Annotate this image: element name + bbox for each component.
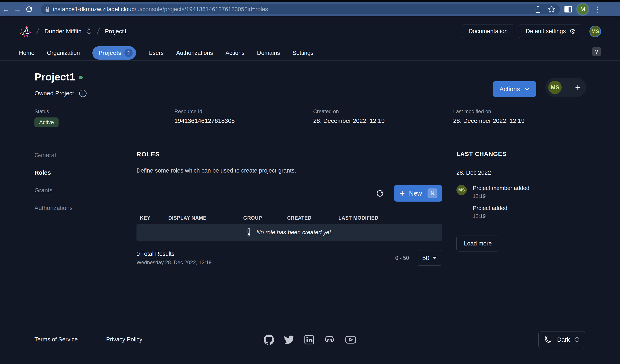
browser-profile-avatar[interactable]: M	[577, 4, 588, 15]
browser-back-icon[interactable]: ←	[0, 5, 12, 14]
app-footer: Terms of Service Privacy Policy	[0, 315, 620, 364]
active-state-dot	[79, 76, 83, 79]
youtube-icon[interactable]	[345, 335, 356, 344]
created-on-label: Created on	[313, 108, 453, 114]
breadcrumb-org[interactable]: Dunder Mifflin	[45, 28, 82, 35]
theme-label: Dark	[557, 336, 570, 343]
theme-selector[interactable]: Dark	[538, 332, 585, 348]
user-avatar[interactable]: MS	[589, 26, 601, 37]
url-text: instance1-dkmnzw.zitadel.cloud/ui/consol…	[53, 6, 268, 13]
created-on-value: 28. December 2022, 12:19	[313, 118, 453, 124]
section-title: ROLES	[137, 151, 442, 158]
caret-down-icon	[433, 257, 437, 259]
page-title: Project1	[34, 71, 75, 83]
share-icon[interactable]	[535, 6, 541, 13]
breadcrumb-project[interactable]: Project1	[105, 28, 127, 35]
shortcut-badge: N	[428, 188, 437, 198]
member-avatar: MS	[548, 81, 562, 94]
page-range: 0 - 50	[395, 255, 409, 261]
project-members-pill[interactable]: MS +	[545, 78, 586, 97]
content-area: General Roles Grants Authorizations ROLE…	[0, 138, 620, 315]
status-badge: Active	[34, 118, 59, 127]
col-display-name: DISPLAY NAME	[168, 215, 243, 221]
updown-chevrons-icon	[574, 336, 579, 343]
project-side-nav: General Roles Grants Authorizations	[34, 152, 125, 222]
change-event[interactable]: Project added 12:19	[456, 205, 586, 219]
tab-organization[interactable]: Organization	[47, 47, 80, 59]
tab-settings[interactable]: Settings	[292, 47, 313, 59]
event-time: 12:19	[473, 213, 507, 219]
info-icon[interactable]: i	[79, 90, 87, 97]
help-button[interactable]: ?	[592, 47, 601, 56]
event-avatar: MS	[456, 185, 467, 195]
privacy-policy-link[interactable]: Privacy Policy	[106, 336, 142, 343]
projects-count-badge: 2	[124, 49, 133, 57]
browser-reload-icon[interactable]	[23, 6, 35, 13]
empty-state-message: No role has been created yet.	[256, 229, 333, 236]
new-role-button[interactable]: + New N	[394, 185, 442, 202]
empty-state-row: No role has been created yet.	[137, 224, 442, 241]
tab-home[interactable]: Home	[19, 47, 34, 59]
col-group: GROUP	[243, 215, 287, 221]
event-label: Project added	[473, 205, 507, 212]
tab-actions[interactable]: Actions	[225, 47, 245, 59]
last-modified-value: 28. December 2022, 12:19	[453, 118, 525, 124]
change-event[interactable]: MS Project member added 12:19	[456, 185, 586, 199]
tab-projects[interactable]: Projects 2	[92, 46, 136, 60]
roles-table-header: KEY DISPLAY NAME GROUP CREATED LAST MODI…	[137, 212, 442, 224]
col-key: KEY	[140, 215, 168, 221]
address-bar[interactable]: instance1-dkmnzw.zitadel.cloud/ui/consol…	[41, 4, 560, 15]
roles-section: ROLES Define some roles which can be use…	[137, 138, 442, 266]
github-icon[interactable]	[264, 334, 274, 345]
total-results: 0 Total Results	[137, 251, 212, 257]
load-more-button[interactable]: Load more	[456, 236, 499, 252]
main-nav: Home Organization Projects 2 Users Autho…	[0, 46, 620, 61]
resource-id-value: 194136146127618305	[174, 118, 313, 124]
page-size-select[interactable]: 50	[417, 250, 442, 266]
sidebar-item-authorizations[interactable]: Authorizations	[34, 204, 125, 212]
zitadel-logo-icon[interactable]	[19, 25, 31, 37]
section-description: Define some roles which can be used to c…	[137, 167, 442, 174]
bookmark-star-icon[interactable]	[548, 5, 556, 13]
tab-users[interactable]: Users	[149, 47, 164, 59]
col-created: CREATED	[287, 215, 339, 221]
last-changes-panel: LAST CHANGES 28. Dec 2022 MS Project mem…	[456, 138, 586, 258]
status-label: Status	[34, 108, 174, 114]
browser-forward-icon[interactable]: →	[12, 5, 23, 14]
app-header: / Dunder Mifflin / Project1 Documentatio…	[0, 16, 620, 46]
sidebar-item-general[interactable]: General	[34, 152, 125, 159]
project-type-label: Owned Project	[34, 90, 74, 97]
event-time: 12:19	[473, 193, 529, 199]
side-panel-icon[interactable]	[564, 6, 572, 13]
event-label: Project member added	[473, 185, 529, 191]
console-app: / Dunder Mifflin / Project1 Documentatio…	[0, 16, 620, 364]
sidebar-item-roles[interactable]: Roles	[34, 169, 125, 176]
project-meta: Status Active Resource Id 19413614612761…	[34, 108, 525, 127]
documentation-button[interactable]: Documentation	[462, 25, 514, 38]
browser-menu-icon[interactable]: ⋮	[594, 5, 601, 14]
changes-date: 28. Dec 2022	[456, 169, 586, 176]
tab-authorizations[interactable]: Authorizations	[176, 47, 213, 59]
breadcrumb-separator: /	[36, 27, 40, 36]
linkedin-icon[interactable]	[304, 335, 314, 345]
browser-tab-strip	[0, 0, 620, 2]
exclamation-icon	[246, 228, 252, 236]
project-hero: Project1 Owned Project i Actions MS + St…	[0, 61, 620, 138]
chevron-down-icon	[524, 87, 530, 91]
sidebar-item-grants[interactable]: Grants	[34, 187, 125, 194]
last-modified-label: Last modified on	[453, 108, 525, 114]
resource-id-label: Resource Id	[174, 108, 313, 114]
default-settings-button[interactable]: Default settings ⚙	[519, 25, 582, 38]
org-switcher-icon[interactable]	[86, 28, 92, 35]
last-changes-title: LAST CHANGES	[456, 151, 586, 157]
twitter-icon[interactable]	[284, 334, 294, 345]
tab-domains[interactable]: Domains	[257, 47, 280, 59]
browser-toolbar: ← → instance1-dkmnzw.zitadel.cloud/ui/co…	[0, 2, 620, 16]
actions-button[interactable]: Actions	[493, 81, 536, 97]
lock-icon	[45, 6, 50, 12]
terms-of-service-link[interactable]: Terms of Service	[34, 336, 78, 343]
moon-icon	[544, 336, 552, 344]
gear-icon: ⚙	[569, 28, 575, 35]
refresh-icon[interactable]	[376, 189, 384, 198]
discord-icon[interactable]	[324, 335, 335, 345]
